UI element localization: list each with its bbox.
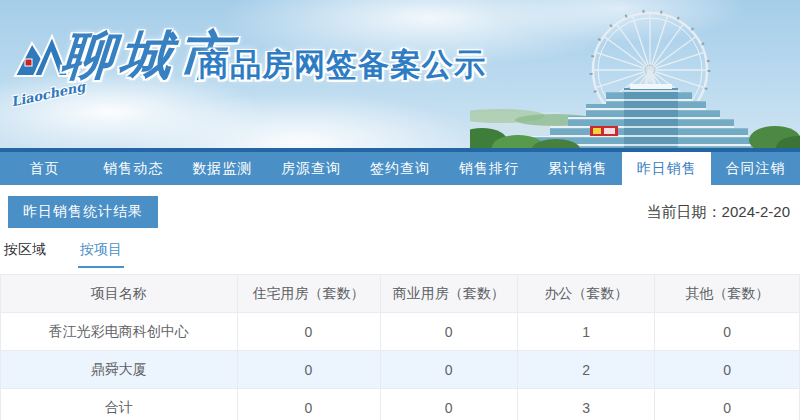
- nav-item-home[interactable]: 首页: [0, 152, 89, 185]
- cell-value: 0: [655, 351, 800, 389]
- sales-stats-table: 项目名称 住宅用房（套数） 商业用房（套数） 办公（套数） 其他（套数） 香江光…: [0, 274, 800, 420]
- col-commercial-units: 商业用房（套数）: [380, 275, 517, 313]
- cell-value: 0: [380, 389, 517, 420]
- table-row-total: 合计 0 0 3 0: [1, 389, 800, 420]
- col-residential-units: 住宅用房（套数）: [237, 275, 380, 313]
- nav-item-sales-dynamics[interactable]: 销售动态: [89, 152, 178, 185]
- col-office-units: 办公（套数）: [517, 275, 654, 313]
- cell-value: 0: [380, 313, 517, 351]
- current-date: 当前日期：2024-2-20: [647, 203, 790, 222]
- section-title-badge: 昨日销售统计结果: [8, 196, 158, 228]
- cell-value: 0: [237, 351, 380, 389]
- cell-total-label: 合计: [1, 389, 238, 420]
- tab-by-region[interactable]: 按区域: [2, 241, 48, 268]
- view-tabs: 按区域 按项目: [2, 241, 800, 268]
- cell-value: 3: [517, 389, 654, 420]
- nav-item-data-monitoring[interactable]: 数据监测: [178, 152, 267, 185]
- cell-project-name: 香江光彩电商科创中心: [1, 313, 238, 351]
- col-other-units: 其他（套数）: [655, 275, 800, 313]
- cell-value: 0: [237, 389, 380, 420]
- table-row: 鼎舜大厦 0 0 2 0: [1, 351, 800, 389]
- cell-value: 0: [237, 313, 380, 351]
- tab-by-project[interactable]: 按项目: [78, 241, 124, 268]
- nav-item-signing-query[interactable]: 签约查询: [356, 152, 445, 185]
- nav-item-sales-ranking[interactable]: 销售排行: [444, 152, 533, 185]
- nav-item-contract-cancel[interactable]: 合同注销: [711, 152, 800, 185]
- site-banner: Liaocheng 聊城市 商品房网签备案公示: [0, 0, 800, 148]
- cell-value: 0: [655, 313, 800, 351]
- banner-building-photo: [470, 0, 800, 148]
- cell-value: 1: [517, 313, 654, 351]
- col-project-name: 项目名称: [1, 275, 238, 313]
- nav-item-housing-query[interactable]: 房源查询: [267, 152, 356, 185]
- table-row: 香江光彩电商科创中心 0 0 1 0: [1, 313, 800, 351]
- cell-value: 0: [655, 389, 800, 420]
- cell-project-name: 鼎舜大厦: [1, 351, 238, 389]
- liaocheng-housing-portal: Liaocheng 聊城市 商品房网签备案公示 首页 销售动态 数据监测 房源查…: [0, 0, 800, 420]
- nav-item-yesterday-sales[interactable]: 昨日销售: [622, 152, 711, 185]
- current-date-label: 当前日期：: [647, 203, 722, 220]
- cell-value: 0: [380, 351, 517, 389]
- nav-item-cumulative-sales[interactable]: 累计销售: [533, 152, 622, 185]
- site-subtitle: 商品房网签备案公示: [198, 44, 486, 86]
- current-date-value: 2024-2-20: [722, 203, 790, 220]
- cell-value: 2: [517, 351, 654, 389]
- main-nav: 首页 销售动态 数据监测 房源查询 签约查询 销售排行 累计销售 昨日销售 合同…: [0, 148, 800, 185]
- table-header-row: 项目名称 住宅用房（套数） 商业用房（套数） 办公（套数） 其他（套数）: [1, 275, 800, 313]
